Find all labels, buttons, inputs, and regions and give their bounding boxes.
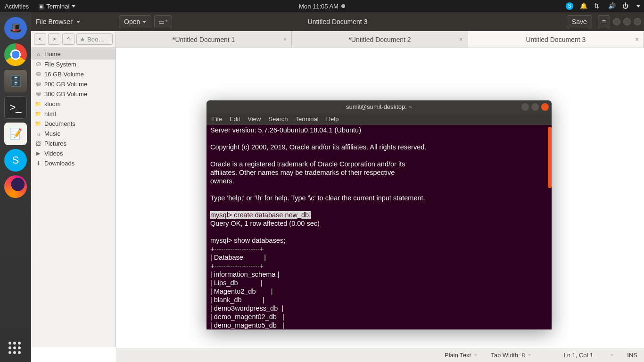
dock-app-files[interactable]: 🗄️ <box>4 70 27 92</box>
down-icon: ⬇ <box>35 160 41 167</box>
terminal-menu-search[interactable]: Search <box>268 115 288 123</box>
chevron-down-icon[interactable] <box>610 354 614 356</box>
tab-close-icon[interactable]: × <box>459 36 463 43</box>
maximize-icon[interactable] <box>623 18 631 25</box>
fb-item-videos[interactable]: ▶Videos <box>31 148 116 158</box>
nav-forward-button[interactable]: > <box>48 33 60 45</box>
folder-icon: 📁 <box>35 121 41 127</box>
fb-item-kloom[interactable]: 📁kloom <box>31 99 116 109</box>
terminal-icon: ▣ <box>38 3 44 10</box>
dock-app-terminal[interactable]: >_ <box>4 96 27 119</box>
maximize-icon[interactable] <box>531 103 539 111</box>
highlighted-command: mysql> create database new_db; <box>210 211 311 219</box>
nav-up-button[interactable]: ^ <box>62 33 74 45</box>
tab-label: *Untitled Document 2 <box>348 36 411 43</box>
tab-close-icon[interactable]: × <box>635 36 639 43</box>
terminal-menu-terminal[interactable]: Terminal <box>296 115 319 123</box>
file-browser-label: File Browser <box>36 18 73 25</box>
terminal-scrollbar[interactable] <box>547 125 552 329</box>
document-tab[interactable]: *Untitled Document 1× <box>116 31 292 48</box>
home-icon: ⌂ <box>35 51 41 58</box>
terminal-menu-edit[interactable]: Edit <box>230 115 240 123</box>
terminal-output[interactable]: Server version: 5.7.26-0ubuntu0.18.04.1 … <box>206 125 552 329</box>
fb-item-16-gb-volume[interactable]: ⛁16 GB Volume <box>31 69 116 79</box>
app-menu[interactable]: ▣ Terminal <box>33 0 80 12</box>
minimize-icon[interactable] <box>613 18 620 25</box>
dock-app-skype[interactable]: S <box>4 149 27 172</box>
insert-mode[interactable]: INS <box>627 352 637 359</box>
dock-app-firefox[interactable] <box>4 175 27 198</box>
document-tab[interactable]: Untitled Document 3× <box>468 31 644 48</box>
fb-item-label: Home <box>44 50 61 58</box>
file-browser-pane: < > ^ ★Boo… ⌂Home⛁File System⛁16 GB Volu… <box>31 31 116 347</box>
terminal-menu-help[interactable]: Help <box>326 115 339 123</box>
chevron-down-icon[interactable] <box>76 21 80 23</box>
fb-item-file-system[interactable]: ⛁File System <box>31 59 116 69</box>
disk-icon: ⛁ <box>35 71 41 78</box>
terminal-titlebar[interactable]: sumit@sumit-desktop: ~ <box>206 100 552 114</box>
fb-item-label: Downloads <box>44 160 74 167</box>
fb-item-downloads[interactable]: ⬇Downloads <box>31 158 116 168</box>
activities-button[interactable]: Activities <box>0 0 33 12</box>
nav-back-button[interactable]: < <box>34 33 46 45</box>
scrollbar-thumb[interactable] <box>548 127 552 188</box>
hamburger-menu-button[interactable]: ≡ <box>598 15 610 28</box>
dock-app-franz[interactable]: 🎩 <box>4 17 27 40</box>
folder-icon: 📁 <box>35 111 41 117</box>
tab-close-icon[interactable]: × <box>283 36 287 43</box>
disk-icon: ⛁ <box>35 61 41 68</box>
chevron-down-icon <box>474 354 478 356</box>
fb-item-label: Documents <box>44 120 75 127</box>
new-document-button[interactable]: ▭⁺ <box>154 15 172 28</box>
document-title: Untitled Document 3 <box>308 18 368 25</box>
show-applications-button[interactable] <box>4 337 27 360</box>
dock-app-chrome[interactable] <box>4 43 27 66</box>
close-icon[interactable] <box>541 103 549 111</box>
recording-indicator-icon <box>341 4 345 8</box>
network-icon[interactable]: ⇅ <box>594 2 602 10</box>
disk-icon: ⛁ <box>35 91 41 98</box>
power-icon[interactable]: ⏻ <box>622 2 630 10</box>
skype-tray-icon[interactable]: S <box>566 2 573 10</box>
fb-item-pictures[interactable]: 🖼Pictures <box>31 139 116 148</box>
fb-item-music[interactable]: ♫Music <box>31 129 116 139</box>
folder-icon: 📁 <box>35 101 41 107</box>
chevron-down-icon <box>528 354 531 356</box>
chevron-down-icon[interactable] <box>636 5 640 8</box>
minimize-icon[interactable] <box>521 103 529 111</box>
tab-label: *Untitled Document 1 <box>173 36 235 43</box>
notification-icon[interactable]: 🔔 <box>580 2 587 10</box>
chevron-down-icon <box>142 21 146 23</box>
gedit-header-bar: File Browser Open ▭⁺ Untitled Document 3… <box>31 12 644 31</box>
fb-item-documents[interactable]: 📁Documents <box>31 119 116 129</box>
save-button[interactable]: Save <box>567 15 592 28</box>
fb-item-html[interactable]: 📁html <box>31 109 116 119</box>
document-tabs: *Untitled Document 1×*Untitled Document … <box>116 31 644 48</box>
music-icon: ♫ <box>35 131 41 137</box>
terminal-title-text: sumit@sumit-desktop: ~ <box>346 103 412 110</box>
fb-item-label: Music <box>44 130 60 137</box>
terminal-menubar: FileEditViewSearchTerminalHelp <box>206 114 552 125</box>
fb-item-home[interactable]: ⌂Home <box>31 49 116 59</box>
fb-item-label: 16 GB Volume <box>44 71 84 78</box>
cursor-position: Ln 1, Col 1 <box>563 352 614 359</box>
dock-app-gedit[interactable]: 📝 <box>4 123 27 145</box>
tab-width-selector[interactable]: Tab Width: 8 <box>491 352 531 359</box>
open-button[interactable]: Open <box>119 15 151 28</box>
terminal-menu-view[interactable]: View <box>248 115 261 123</box>
video-icon: ▶ <box>35 150 41 157</box>
bookmark-combo[interactable]: ★Boo… <box>76 33 113 45</box>
file-browser-list: ⌂Home⛁File System⛁16 GB Volume⛁200 GB Vo… <box>31 48 116 169</box>
volume-icon[interactable]: 🔊 <box>608 2 616 10</box>
terminal-menu-file[interactable]: File <box>212 115 222 123</box>
fb-item-label: Videos <box>44 150 63 157</box>
gedit-status-bar: Plain Text Tab Width: 8 Ln 1, Col 1 INS <box>116 348 644 362</box>
fb-item-300-gb-volume[interactable]: ⛁300 GB Volume <box>31 89 116 99</box>
syntax-mode-selector[interactable]: Plain Text <box>445 352 478 359</box>
star-icon: ★ <box>80 36 85 43</box>
clock[interactable]: Mon 11:05 AM <box>299 3 345 10</box>
document-tab[interactable]: *Untitled Document 2× <box>292 31 468 48</box>
close-icon[interactable] <box>634 18 641 25</box>
fb-item-200-gb-volume[interactable]: ⛁200 GB Volume <box>31 79 116 89</box>
terminal-window: sumit@sumit-desktop: ~ FileEditViewSearc… <box>206 100 552 329</box>
